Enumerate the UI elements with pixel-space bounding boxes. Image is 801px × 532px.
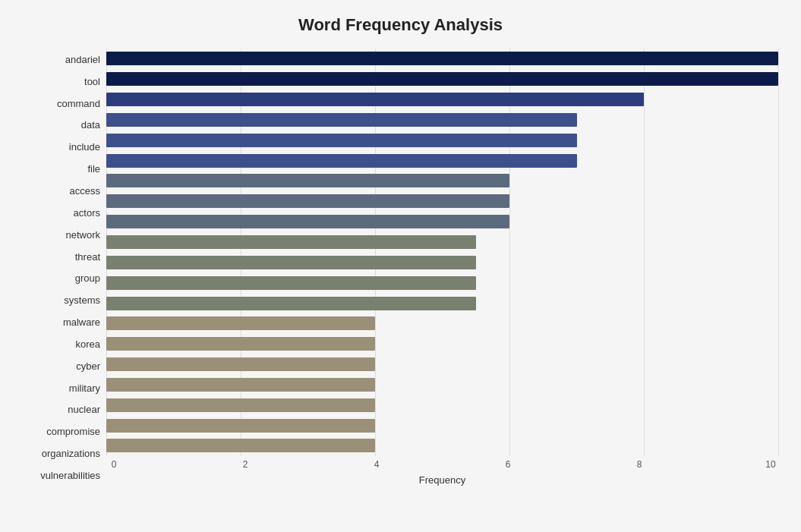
bar-tool	[106, 72, 778, 86]
x-ticks: 0246810	[106, 456, 778, 471]
y-label-andariel: andariel	[23, 51, 100, 68]
bar-data	[106, 113, 577, 127]
bar-file	[106, 154, 577, 168]
x-tick: 0	[106, 459, 121, 470]
bar-row-include	[106, 132, 778, 149]
bar-row-network	[106, 213, 778, 230]
chart-container: Word Frequency Analysis andarieltoolcomm…	[0, 0, 801, 532]
y-label-actors: actors	[23, 204, 100, 221]
bar-systems	[106, 276, 476, 290]
grid-line	[778, 49, 779, 456]
bar-vulnerabilities	[106, 439, 375, 452]
y-axis: andarieltoolcommanddataincludefileaccess…	[23, 49, 106, 486]
x-tick: 6	[500, 459, 516, 470]
y-label-vulnerabilities: vulnerabilities	[23, 467, 100, 483]
bar-malware	[106, 297, 476, 310]
chart-title: Word Frequency Analysis	[298, 15, 503, 35]
bar-row-tool	[106, 71, 778, 87]
y-label-group: group	[23, 270, 100, 287]
bar-row-access	[106, 172, 778, 189]
bar-row-malware	[106, 295, 778, 312]
bar-row-file	[106, 153, 778, 169]
bar-korea	[106, 316, 375, 330]
y-label-organizations: organizations	[23, 445, 100, 462]
bar-threat	[106, 235, 476, 249]
bars-and-x: 0246810 Frequency	[106, 49, 778, 486]
y-label-systems: systems	[23, 292, 100, 309]
bar-row-organizations	[106, 417, 778, 434]
bar-row-cyber	[106, 335, 778, 352]
bar-row-group	[106, 254, 778, 271]
y-label-tool: tool	[23, 73, 100, 90]
bar-andariel	[106, 52, 778, 65]
bar-row-compromise	[106, 397, 778, 414]
bar-cyber	[106, 337, 375, 351]
y-label-nuclear: nuclear	[23, 401, 100, 418]
bars-area	[106, 49, 778, 456]
y-label-command: command	[23, 95, 100, 112]
y-label-malware: malware	[23, 314, 100, 331]
y-label-include: include	[23, 139, 100, 156]
bar-include	[106, 134, 577, 147]
bar-military	[106, 357, 375, 371]
bar-row-korea	[106, 315, 778, 332]
bar-row-data	[106, 112, 778, 128]
x-tick: 10	[763, 459, 778, 470]
bar-row-military	[106, 356, 778, 373]
bar-command	[106, 93, 644, 106]
bar-row-command	[106, 91, 778, 108]
y-label-threat: threat	[23, 248, 100, 265]
y-label-file: file	[23, 161, 100, 178]
bar-actors	[106, 194, 509, 208]
bar-row-systems	[106, 275, 778, 291]
x-axis: 0246810 Frequency	[106, 456, 778, 486]
bar-row-vulnerabilities	[106, 437, 778, 454]
y-label-compromise: compromise	[23, 423, 100, 440]
bar-organizations	[106, 419, 375, 433]
y-label-military: military	[23, 379, 100, 396]
bar-compromise	[106, 398, 375, 412]
bar-row-nuclear	[106, 376, 778, 393]
bar-nuclear	[106, 378, 375, 392]
y-label-cyber: cyber	[23, 357, 100, 374]
bar-access	[106, 174, 509, 187]
bar-row-actors	[106, 193, 778, 209]
chart-area: andarieltoolcommanddataincludefileaccess…	[23, 49, 778, 486]
bar-row-threat	[106, 234, 778, 250]
bars-rows	[106, 49, 778, 456]
bar-network	[106, 215, 509, 228]
x-tick: 4	[369, 459, 384, 470]
x-tick: 2	[238, 459, 253, 470]
y-label-korea: korea	[23, 335, 100, 352]
bar-row-andariel	[106, 50, 778, 67]
y-label-access: access	[23, 182, 100, 199]
y-label-data: data	[23, 117, 100, 134]
bar-group	[106, 256, 476, 269]
x-axis-label: Frequency	[106, 474, 778, 486]
x-tick: 8	[632, 459, 647, 470]
y-label-network: network	[23, 226, 100, 243]
